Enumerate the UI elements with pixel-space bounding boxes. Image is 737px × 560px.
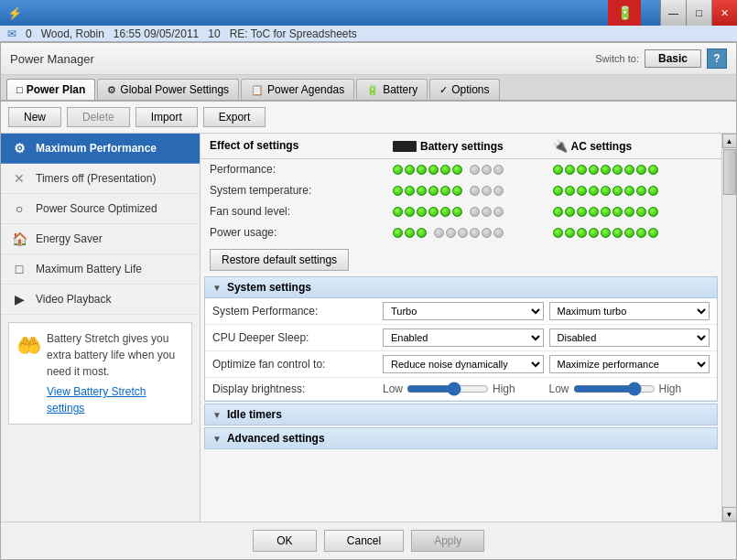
temperature-battery-dots [393,186,553,196]
cancel-button[interactable]: Cancel [324,530,404,552]
fan-control-label: Optimize fan control to: [212,358,377,371]
battery-tab-icon: 🔋 [366,84,379,96]
brightness-ac-high-label: High [659,382,682,395]
sys-row-brightness: Display brightness: Low High Low High [205,378,717,401]
fan-battery-dots [393,207,553,217]
performance-label: Performance: [210,163,393,176]
sidebar-item-maximum-performance[interactable]: ⚙ Maximum Performance [1,134,200,164]
scroll-up-button[interactable]: ▲ [722,134,737,148]
video-playback-icon: ▶ [10,292,28,307]
right-inner: Effect of settings Battery settings 🔌 AC… [201,134,721,522]
advanced-settings-chevron: ▼ [212,434,222,444]
sys-row-performance: System Performance: Turbo High Performan… [205,298,717,325]
tab-power-agendas[interactable]: 📋 Power Agendas [241,79,354,100]
idle-timers-section: ▼ Idle timers [204,404,718,425]
battery-stretch-text: Battery Stretch gives you extra battery … [47,332,175,378]
sys-row-cpu-sleep: CPU Deeper Sleep: Enabled Disabled Disab… [205,325,717,351]
email-count: 0 [26,27,32,40]
brightness-ac-slider-container: Low High [549,382,710,396]
restore-row: Restore default settings [201,243,721,276]
new-button[interactable]: New [8,107,61,127]
options-icon: ✓ [439,84,448,96]
maximize-button[interactable]: □ [686,0,711,26]
brightness-ac-slider[interactable] [573,382,656,396]
energy-saver-label: Energy Saver [36,232,103,245]
tab-power-plan[interactable]: □ Power Plan [6,79,95,100]
tab-options[interactable]: ✓ Options [429,79,499,100]
fan-label: Fan sound level: [210,205,393,218]
battery-col-header: Battery settings [393,139,553,153]
help-button[interactable]: ? [707,48,727,69]
tab-options-label: Options [451,83,489,96]
restore-default-button[interactable]: Restore default settings [210,249,349,271]
power-source-icon: ○ [10,201,28,216]
scroll-down-button[interactable]: ▼ [722,507,737,522]
power-source-label: Power Source Optimized [36,202,157,215]
sys-perf-label: System Performance: [212,305,377,318]
sidebar-item-maximum-battery[interactable]: □ Maximum Battery Life [1,254,200,285]
sidebar-item-timers-off[interactable]: ✕ Timers off (Presentation) [1,164,200,194]
app-title-icon: ⚡ [7,6,22,20]
sys-perf-ac-select[interactable]: Maximum turbo Turbo High Performance Bal… [549,302,710,320]
ac-plug-icon: 🔌 [553,139,568,153]
performance-battery-dots [393,165,553,175]
fan-battery-select[interactable]: Reduce noise dynamically Maximize perfor… [383,355,544,373]
system-settings-label: System settings [227,281,311,294]
temperature-label: System temperature: [210,184,393,197]
power-plan-icon: □ [16,84,23,95]
setting-row-performance: Performance: [201,159,721,180]
energy-saver-icon: 🏠 [10,232,28,246]
basic-button[interactable]: Basic [645,49,701,68]
temperature-ac-dots [553,186,713,196]
max-battery-label: Maximum Battery Life [36,263,142,275]
setting-row-temperature: System temperature: [201,180,721,201]
timers-off-icon: ✕ [10,171,28,186]
settings-header: Effect of settings Battery settings 🔌 AC… [201,134,721,159]
setting-row-power-usage: Power usage: [201,222,721,243]
titlebar-controls: — □ ✕ [660,0,737,26]
tab-battery[interactable]: 🔋 Battery [356,79,428,100]
brightness-battery-low-label: Low [383,382,403,395]
tab-global-power[interactable]: ⚙ Global Power Settings [97,79,239,100]
scroll-thumb[interactable] [723,149,736,195]
effect-header: Effect of settings [210,139,393,153]
idle-timers-header[interactable]: ▼ Idle timers [204,404,718,425]
email-time: 16:55 09/05/2011 [114,27,199,40]
battery-stretch-link[interactable]: View Battery Stretch settings [47,383,184,416]
sys-row-fan: Optimize fan control to: Reduce noise dy… [205,351,717,378]
fan-ac-select[interactable]: Maximize performance Reduce noise dynami… [549,355,710,373]
sidebar-item-energy-saver[interactable]: 🏠 Energy Saver [1,224,200,254]
main-window: Power Manager Switch to: Basic ? □ Power… [0,42,737,560]
power-usage-battery-dots [393,228,553,238]
system-settings-header[interactable]: ▼ System settings [204,276,718,298]
export-button[interactable]: Export [203,107,266,127]
fan-ac-dots [553,207,713,217]
email-strip: ✉ 0 Wood, Robin 16:55 09/05/2011 10 RE: … [0,26,737,42]
footer: OK Cancel Apply [1,522,736,559]
power-usage-label: Power usage: [210,226,393,239]
brightness-battery-slider-container: Low High [383,382,544,396]
email-number: 10 [208,27,220,40]
import-button[interactable]: Import [135,107,198,127]
advanced-settings-section: ▼ Advanced settings [204,427,718,449]
cpu-sleep-battery-select[interactable]: Enabled Disabled [383,328,544,347]
brightness-battery-slider[interactable] [406,382,489,396]
scrollbar: ▲ ▼ [721,134,736,522]
minimize-button[interactable]: — [660,0,686,26]
sidebar-item-video-playback[interactable]: ▶ Video Playback [1,285,200,315]
apply-button[interactable]: Apply [411,530,484,552]
max-perf-label: Maximum Performance [36,142,157,155]
brightness-ac-low-label: Low [549,382,569,395]
battery-stretch-info: 🤲 Battery Stretch gives you extra batter… [8,322,192,425]
advanced-settings-header[interactable]: ▼ Advanced settings [204,427,718,449]
content-area: ⚙ Maximum Performance ✕ Timers off (Pres… [1,134,736,522]
timers-off-label: Timers off (Presentation) [36,172,156,185]
sidebar-item-power-source-optimized[interactable]: ○ Power Source Optimized [1,194,200,224]
tab-global-label: Global Power Settings [120,83,229,96]
delete-button[interactable]: Delete [67,107,130,127]
sys-perf-battery-select[interactable]: Turbo High Performance Balanced Power Sa… [383,302,544,320]
close-button[interactable]: ✕ [711,0,737,26]
brightness-label: Display brightness: [212,382,377,395]
cpu-sleep-ac-select[interactable]: Disabled Enabled [549,328,710,347]
ok-button[interactable]: OK [253,530,317,552]
